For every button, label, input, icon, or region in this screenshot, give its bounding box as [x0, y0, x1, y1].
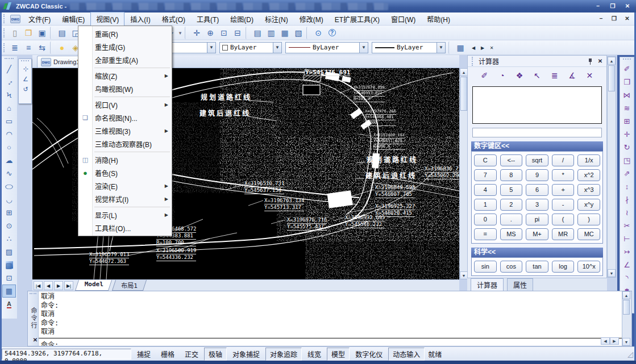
toolbar-button[interactable]	[50, 27, 54, 39]
ellipse-arc-button[interactable]: ◡	[2, 193, 16, 206]
calc-get-coordinates-button[interactable]: ↖	[530, 69, 544, 82]
calc-key[interactable]: .	[500, 214, 523, 225]
calc-key[interactable]: sqrt	[526, 154, 548, 166]
array-button[interactable]: ⊞	[620, 115, 634, 128]
menu-edit[interactable]: 编辑(E)	[56, 12, 90, 26]
calc-key[interactable]: 4	[474, 184, 497, 196]
polygon-button[interactable]: ⌂	[2, 102, 16, 115]
toolbar-button[interactable]	[50, 41, 54, 54]
scale-button[interactable]: ◳	[620, 154, 634, 167]
palette-close-icon[interactable]: ✕	[596, 57, 604, 65]
mtext-button[interactable]: A	[2, 298, 16, 311]
scroll-down-arrow[interactable]: ▼	[608, 269, 616, 277]
inquiry-area-button[interactable]: ∠	[19, 74, 32, 84]
properties-tab[interactable]: 属性	[507, 278, 533, 291]
command-vertical-scrollbar[interactable]: ▲ ▼	[622, 291, 631, 346]
layer-on-off-button[interactable]: ●	[55, 41, 69, 54]
calc-intersection-button[interactable]: ✕	[583, 69, 596, 82]
calc-key[interactable]: x^3	[577, 184, 600, 196]
calc-clear-history-button[interactable]: ◔	[495, 69, 509, 82]
command-prompt-row[interactable]: 命令:	[39, 338, 622, 346]
mdi-restore-button[interactable]: ❐	[609, 15, 619, 23]
next-tab-button[interactable]: ▶	[54, 281, 63, 290]
calc-angle-button[interactable]: ∡	[566, 69, 579, 82]
mirror-button[interactable]: ⋈	[620, 89, 634, 102]
layer-combo-arrow[interactable]: ▼	[207, 43, 215, 53]
tablet-toggle[interactable]: 数字化仪	[351, 348, 387, 361]
menu-item-3d-views[interactable]: 三维视图(3) ▶	[78, 124, 172, 137]
menu-item-shade[interactable]: ● 着色(S)	[78, 166, 172, 179]
prev-tab-button[interactable]: ◀	[44, 281, 53, 290]
color-combo-arrow[interactable]: ▼	[273, 43, 281, 53]
calc-key[interactable]: MC	[577, 228, 600, 240]
zoom-previous-button[interactable]: ⊟	[231, 27, 244, 39]
join-button[interactable]: ↣	[620, 245, 634, 258]
scroll-thumb[interactable]	[460, 77, 467, 111]
menu-dimension[interactable]: 标注(N)	[259, 12, 294, 26]
menu-et-extended-tools[interactable]: ET扩展工具(X)	[329, 12, 385, 26]
table-button[interactable]: ▦	[2, 284, 16, 298]
polyline-button[interactable]: Ϟ	[2, 89, 16, 102]
calc-key[interactable]: MS	[500, 228, 523, 240]
region-button[interactable]: ⊡	[2, 271, 16, 284]
scroll-up-arrow[interactable]: ▲	[622, 291, 630, 299]
trim-button[interactable]: ✂	[620, 219, 634, 232]
dynamic-input-toggle[interactable]: 动态输入	[388, 348, 425, 361]
layer-properties-button[interactable]: ≣	[8, 41, 22, 54]
properties-palette-button[interactable]: ▤	[251, 27, 264, 39]
calculator-toggle-button[interactable]: ▦	[454, 41, 467, 54]
calc-key[interactable]: 2	[500, 199, 523, 211]
scroll-thumb[interactable]	[623, 300, 630, 315]
menu-format[interactable]: 格式(O)	[156, 12, 191, 26]
scroll-down-arrow[interactable]: ▼	[622, 338, 630, 346]
ortho-toggle[interactable]: 正交	[180, 348, 203, 361]
menu-item-zoom[interactable]: 缩放(Z) ▶	[78, 69, 172, 82]
designcenter-button[interactable]: ▥	[264, 27, 278, 39]
calculator-tab[interactable]: 计算器	[471, 278, 504, 291]
menu-item-3d-orbit[interactable]: 三维动态观察器(B)	[78, 137, 172, 150]
chamfer-button[interactable]: ∠	[620, 258, 634, 271]
insert-block-button[interactable]: ⊞	[2, 206, 16, 219]
find-button[interactable]: ⊙	[311, 27, 325, 39]
menu-item-display[interactable]: 显示(L) ▶	[78, 208, 172, 221]
new-button[interactable]: ▯	[8, 27, 22, 39]
menu-item-viewports[interactable]: 视口(V) ▶	[78, 98, 172, 111]
menu-item-toolbars[interactable]: 工具栏(O)...	[78, 221, 172, 235]
menu-draw[interactable]: 绘图(D)	[225, 12, 259, 26]
circle-button[interactable]: ○	[2, 141, 16, 154]
stretch-button[interactable]: ⇗	[620, 167, 634, 180]
line-button[interactable]: ╱	[2, 62, 16, 76]
save-button[interactable]: ▣	[35, 27, 49, 39]
calc-key[interactable]: <--	[500, 154, 523, 166]
mdi-close-button[interactable]: ✕	[622, 15, 632, 23]
command-prompt[interactable]: 命令:	[41, 340, 59, 346]
calc-key[interactable]: )	[577, 214, 600, 225]
osnap-toggle[interactable]: 对象捕捉	[228, 348, 264, 361]
calc-key[interactable]: M+	[526, 228, 548, 240]
window-minimize-button[interactable]: –	[593, 2, 603, 10]
calc-key[interactable]: 0	[474, 214, 497, 225]
tool-palettes-button[interactable]: ▦	[278, 27, 292, 39]
calc-key[interactable]: 1/x	[577, 154, 600, 166]
next-drawing-button[interactable]: ▶	[479, 43, 487, 52]
menu-item-render[interactable]: 渲染(E) ▶	[78, 179, 172, 193]
calc-key[interactable]: 5	[500, 184, 523, 196]
layout1-tab[interactable]: 布局1	[112, 280, 147, 291]
scroll-up-arrow[interactable]: ▲	[460, 68, 468, 76]
command-history[interactable]: 取消命令:取消命令:取消	[39, 291, 622, 338]
linetype-combo[interactable]: ByLayer ▼	[285, 42, 368, 53]
calc-key[interactable]: C	[474, 154, 497, 166]
plot-button[interactable]: ▤	[55, 27, 69, 39]
calc-key[interactable]: 6	[526, 184, 548, 196]
calc-key[interactable]: 8	[500, 169, 523, 181]
menu-insert[interactable]: 插入(I)	[124, 12, 156, 26]
zoom-window-button[interactable]: ⊡	[217, 27, 231, 39]
lineweight-combo-arrow[interactable]: ▼	[437, 43, 445, 53]
scroll-left-arrow[interactable]: ◀	[601, 337, 610, 345]
redo-dropdown[interactable]: ▾	[177, 27, 184, 39]
calc-key[interactable]: 7	[474, 169, 497, 181]
menu-modify[interactable]: 修改(M)	[294, 12, 329, 26]
menu-item-hide[interactable]: ◫ 消隐(H)	[78, 153, 172, 166]
menu-item-regen[interactable]: 重生成(G)	[78, 40, 172, 53]
toolbar-button[interactable]	[185, 27, 189, 39]
